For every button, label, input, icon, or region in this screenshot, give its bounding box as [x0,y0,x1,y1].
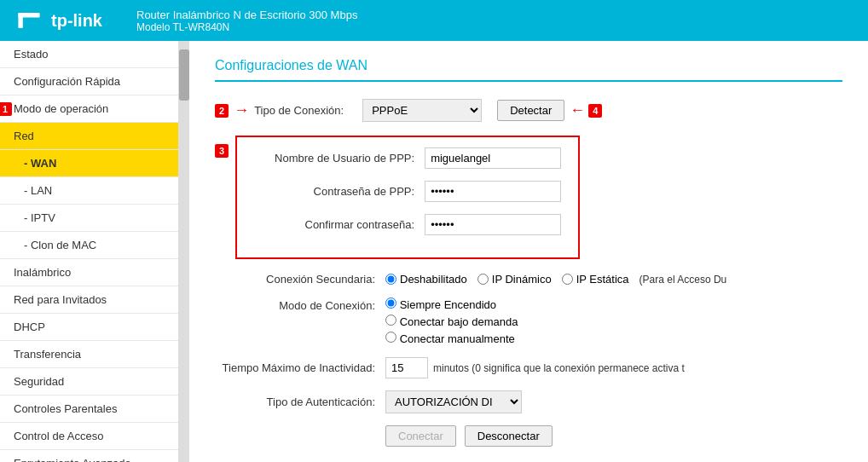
sidebar-item-dhcp[interactable]: DHCP [0,314,178,341]
modo-conexion-label: Modo de Conexión: [215,297,385,312]
modo-conexion-row: Modo de Conexión: Siempre Encendido Cone… [215,297,795,345]
radio-ip-estatica[interactable]: IP Estática [562,273,629,286]
confirm-password-input[interactable] [425,214,561,235]
main-content: Configuraciones de WAN 2 → Tipo de Conex… [189,41,868,462]
action-buttons-row: Conectar Desconectar [215,425,795,447]
sidebar-item-seguridad[interactable]: Seguridad [0,368,178,396]
tipo-conexion-select[interactable]: PPPoE IP Dinámica IP Estática [362,99,482,122]
conexion-secundaria-label: Conexión Secundaria: [215,273,385,286]
sidebar-item-modo-operacion[interactable]: 1 Modo de operación [0,95,178,123]
header-model: Modelo TL-WR840N [136,21,357,33]
badge-2: 2 [215,104,229,118]
sidebar: Estado Configuración Rápida 1 Modo de op… [0,41,179,462]
sidebar-item-clon-mac[interactable]: - Clon de MAC [0,232,178,259]
header-title: Router Inalámbrico N de Escritorio 300 M… [136,9,357,21]
tipo-conexion-row: 2 → Tipo de Conexión: PPPoE IP Dinámica … [215,99,795,122]
sidebar-item-iptv[interactable]: - IPTV [0,205,178,232]
svg-rect-0 [14,5,44,36]
tiempo-maximo-control: minutos (0 significa que la conexión per… [385,357,795,378]
arrow-4-icon: ← [570,101,585,119]
conexion-secundaria-row: Conexión Secundaria: Deshabilitado IP Di… [215,273,795,286]
radio-bajo-demanda[interactable]: Conectar bajo demanda [385,315,518,328]
radio-siempre-encendido[interactable]: Siempre Encendido [385,298,496,311]
tipo-autenticacion-row: Tipo de Autenticación: AUTORIZACIÓN DI A… [215,390,795,413]
radio-ip-dinamico[interactable]: IP Dinámico [477,273,552,286]
badge-3: 3 [215,144,229,158]
tipo-conexion-label: Tipo de Conexión: [254,104,354,117]
confirm-password-label: Confirmar contraseña: [254,218,425,231]
sidebar-item-red[interactable]: Red [0,123,178,150]
sidebar-item-config-rapida[interactable]: Configuración Rápida [0,68,178,95]
sidebar-item-transferencia[interactable]: Transferencia [0,341,178,368]
page-layout: Estado Configuración Rápida 1 Modo de op… [0,41,868,462]
radio-deshabilitado[interactable]: Deshabilitado [385,273,467,286]
badge-4: 4 [588,104,602,118]
tipo-autenticacion-control: AUTORIZACIÓN DI AUTO PAP CHAP [385,390,795,413]
logo-text: tp-link [51,11,102,31]
sidebar-item-control-acceso[interactable]: Control de Acceso [0,423,178,450]
tipo-autenticacion-select[interactable]: AUTORIZACIÓN DI AUTO PAP CHAP [385,390,522,413]
tiempo-maximo-label: Tiempo Máximo de Inactividad: [215,361,385,374]
detect-button[interactable]: Detectar [497,100,564,121]
sidebar-item-controles-parentales[interactable]: Controles Parentales [0,396,178,423]
ppp-password-input[interactable] [425,181,561,202]
modo-conexion-options: Siempre Encendido Conectar bajo demanda … [385,297,795,345]
scrollbar[interactable] [179,41,189,462]
radio-conectar-manual[interactable]: Conectar manualmente [385,332,515,345]
arrow-2-icon: → [234,101,249,119]
ppp-password-row: Contraseña de PPP: [254,181,561,202]
svg-rect-2 [18,13,39,17]
tplink-logo-icon [14,5,44,36]
credentials-box: Nombre de Usuario de PPP: Contraseña de … [235,136,580,259]
ppp-username-input[interactable] [425,147,561,169]
sidebar-item-red-invitados[interactable]: Red para Invitados [0,286,178,314]
disconnect-button[interactable]: Desconectar [465,425,553,447]
sidebar-item-lan[interactable]: - LAN [0,177,178,205]
wan-form: 2 → Tipo de Conexión: PPPoE IP Dinámica … [215,99,795,447]
connect-button[interactable]: Conectar [385,425,456,447]
sidebar-item-estado[interactable]: Estado [0,41,178,68]
sidebar-item-enrutamiento[interactable]: Enrutamiento Avanzado [0,450,178,462]
action-buttons: Conectar Desconectar [385,425,553,447]
conexion-secundaria-options: Deshabilitado IP Dinámico IP Estática (P… [385,273,795,286]
scroll-thumb[interactable] [179,49,189,101]
badge-1: 1 [0,102,12,116]
sidebar-item-wan[interactable]: - WAN [0,150,178,177]
ppp-username-label: Nombre de Usuario de PPP: [254,152,425,165]
page-title: Configuraciones de WAN [215,58,842,82]
confirm-password-row: Confirmar contraseña: [254,214,561,235]
credentials-section: 3 Nombre de Usuario de PPP: Contraseña d… [215,136,795,259]
tipo-autenticacion-label: Tipo de Autenticación: [215,396,385,408]
logo: tp-link [14,5,102,36]
tiempo-maximo-row: Tiempo Máximo de Inactividad: minutos (0… [215,357,795,378]
tiempo-maximo-input[interactable] [385,357,428,378]
ppp-username-row: Nombre de Usuario de PPP: [254,147,561,169]
sidebar-item-inalambrico[interactable]: Inalámbrico [0,259,178,286]
header: tp-link Router Inalámbrico N de Escritor… [0,0,868,41]
para-acceso-text: (Para el Acceso Du [639,274,727,286]
ppp-password-label: Contraseña de PPP: [254,185,425,198]
tiempo-maximo-suffix: minutos (0 significa que la conexión per… [433,362,685,374]
